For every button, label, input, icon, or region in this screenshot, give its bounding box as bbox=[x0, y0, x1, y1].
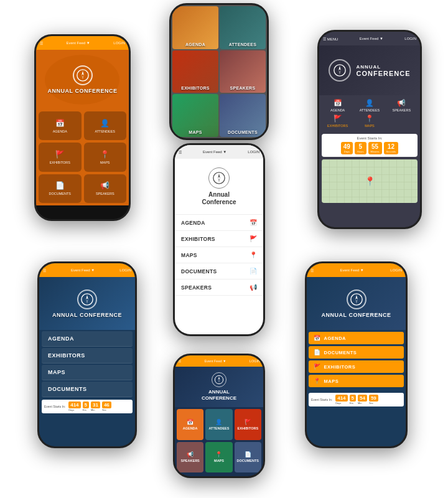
p1-login[interactable]: LOGIN bbox=[113, 41, 125, 45]
p5-row-documents[interactable]: DOCUMENTS bbox=[42, 382, 133, 397]
p5-row-exhibitors[interactable]: EXHIBITORS bbox=[42, 348, 133, 364]
p7-min: 54 bbox=[358, 395, 367, 402]
p6-login[interactable]: LOGIN bbox=[250, 359, 260, 363]
svg-marker-13 bbox=[218, 377, 220, 380]
p4-title: AnnualConference bbox=[202, 191, 236, 206]
p5-hours: 5 bbox=[83, 402, 89, 408]
p7-row-agenda[interactable]: 📅AGENDA bbox=[309, 332, 404, 344]
p3-map bbox=[322, 159, 418, 203]
p7-menu[interactable]: ☰ bbox=[310, 268, 314, 273]
p7-feed[interactable]: Event Feed ▼ bbox=[340, 268, 364, 272]
svg-marker-2 bbox=[82, 75, 84, 80]
svg-marker-7 bbox=[218, 173, 220, 177]
p4-list: AGENDA📅 EXHIBITORS🚩 MAPS📍 DOCUMENTS📄 SPE… bbox=[175, 215, 263, 296]
svg-marker-17 bbox=[355, 299, 358, 304]
p4-hero: AnnualConference bbox=[175, 159, 263, 215]
phone-5: ☰ Event Feed ▼ LOGIN ANNUAL CONFERENCE A… bbox=[37, 261, 137, 448]
p5-countdown: Event Starts In: 414 Days 5 Hrs 31 Min 4… bbox=[42, 400, 133, 413]
p4-row-exhibitors[interactable]: EXHIBITORS🚩 bbox=[175, 231, 263, 247]
p3-header: ☰ MENU Event Feed ▼ LOGIN bbox=[319, 32, 420, 45]
p6-cell-maps[interactable]: 📍MAPS bbox=[205, 442, 232, 473]
p3-nav-speakers[interactable]: 📢SPEAKERS bbox=[387, 99, 416, 112]
scene: ☰ Event Feed ▼ LOGIN ANNUAL CONFERENCE 📅… bbox=[0, 0, 448, 498]
p2-cell-speakers[interactable]: SPEAKERS bbox=[220, 50, 266, 93]
p3-minutes: 55Minutes bbox=[368, 142, 382, 154]
p7-list: 📅AGENDA 📄DOCUMENTS 🚩EXHIBITORS 📍MAPS bbox=[307, 330, 406, 391]
p2-cell-documents[interactable]: DOCUMENTS bbox=[220, 94, 266, 137]
p1-item-maps[interactable]: 📍MAPS bbox=[84, 143, 127, 171]
p1-menu-icon[interactable]: ☰ bbox=[40, 41, 43, 45]
p3-countdown: Event Starts In: 49Days 5Hours 55Minutes… bbox=[322, 134, 418, 157]
p4-row-speakers[interactable]: SPEAKERS📢 bbox=[175, 280, 263, 296]
p5-login[interactable]: LOGIN bbox=[119, 268, 131, 272]
p5-countdown-label: Event Starts In: bbox=[44, 405, 65, 408]
p6-hero: ANNUALCONFERENCE bbox=[175, 367, 263, 407]
p4-row-maps[interactable]: MAPS📍 bbox=[175, 247, 263, 263]
p5-hero: ANNUAL CONFERENCE bbox=[39, 277, 135, 330]
p3-nav: 📅AGENDA 👤ATTENDEES 📢SPEAKERS 🚩EXHIBITORS… bbox=[319, 95, 420, 131]
p5-sec: 46 bbox=[102, 402, 111, 408]
p3-login[interactable]: LOGIN bbox=[404, 37, 416, 40]
p6-cell-exhibitors[interactable]: 🚩EXHIBITORS bbox=[235, 409, 261, 440]
svg-marker-14 bbox=[218, 380, 220, 383]
p3-menu[interactable]: ☰ MENU bbox=[323, 37, 338, 41]
p6-feed[interactable]: Event Feed ▼ bbox=[204, 359, 226, 363]
p4-login[interactable]: LOGIN bbox=[248, 150, 259, 154]
p5-title: ANNUAL CONFERENCE bbox=[52, 312, 122, 318]
p6-logo bbox=[212, 372, 226, 387]
p5-header: ☰ Event Feed ▼ LOGIN bbox=[39, 263, 135, 277]
p7-row-maps[interactable]: 📍MAPS bbox=[309, 375, 404, 387]
p3-nav-attendees[interactable]: 👤ATTENDEES bbox=[355, 99, 384, 112]
p7-login[interactable]: LOGIN bbox=[390, 268, 402, 272]
p2-cell-agenda[interactable]: AGENDA bbox=[172, 6, 218, 49]
p1-item-exhibitors[interactable]: 🚩EXHIBITORS bbox=[39, 143, 82, 171]
p7-row-documents[interactable]: 📄DOCUMENTS bbox=[309, 346, 404, 359]
p5-row-agenda[interactable]: AGENDA bbox=[42, 331, 133, 347]
p6-cell-documents[interactable]: 📄DOCUMENTS bbox=[235, 442, 261, 473]
p3-nav-maps[interactable]: 📍MAPS bbox=[355, 115, 384, 128]
p3-hours: 5Hours bbox=[355, 142, 366, 154]
p1-item-agenda[interactable]: 📅AGENDA bbox=[39, 111, 82, 140]
p6-header: ☰ Event Feed ▼ LOGIN bbox=[175, 355, 263, 367]
p1-item-attendees[interactable]: 👤ATTENDEES bbox=[84, 111, 127, 140]
p7-days: 414 bbox=[335, 395, 347, 402]
p6-menu[interactable]: ☰ bbox=[178, 359, 181, 363]
p6-title: ANNUALCONFERENCE bbox=[202, 389, 236, 401]
p3-seconds: 12Seconds bbox=[384, 142, 399, 154]
p7-countdown: Event Starts In: 414 Days 5 Hrs 54 Min 5… bbox=[309, 393, 404, 406]
p1-feed-label[interactable]: Event Feed ▼ bbox=[67, 41, 90, 45]
p2-cell-exhibitors[interactable]: EXHIBITORS bbox=[172, 50, 218, 93]
p4-menu[interactable]: ☰ bbox=[179, 150, 182, 154]
p1-header: ☰ Event Feed ▼ LOGIN bbox=[36, 36, 129, 50]
p5-days: 414 bbox=[68, 402, 80, 408]
p3-nav-exhibitors[interactable]: 🚩EXHIBITORS bbox=[323, 115, 352, 128]
p7-hero: ANNUAL CONFERENCE bbox=[307, 277, 406, 330]
p7-sec: 59 bbox=[369, 395, 378, 402]
p6-cell-agenda[interactable]: 📅AGENDA bbox=[177, 409, 203, 440]
phone-3: ☰ MENU Event Feed ▼ LOGIN ANNUAL CONFERE… bbox=[317, 30, 422, 229]
p6-cell-attendees[interactable]: 👤ATTENDEES bbox=[205, 409, 232, 440]
p4-feed[interactable]: Event Feed ▼ bbox=[203, 150, 226, 154]
p3-nav-agenda[interactable]: 📅AGENDA bbox=[323, 99, 352, 112]
p3-hero: ANNUAL CONFERENCE bbox=[319, 45, 420, 95]
p5-feed[interactable]: Event Feed ▼ bbox=[71, 268, 95, 272]
p6-grid: 📅AGENDA 👤ATTENDEES 🚩EXHIBITORS 📢SPEAKERS… bbox=[175, 407, 263, 474]
svg-marker-16 bbox=[355, 294, 358, 299]
p5-logo bbox=[77, 289, 97, 309]
p4-row-documents[interactable]: DOCUMENTS📄 bbox=[175, 263, 263, 280]
p7-logo bbox=[347, 289, 366, 309]
p4-logo bbox=[208, 167, 230, 189]
p6-cell-speakers[interactable]: 📢SPEAKERS bbox=[177, 442, 203, 473]
p3-feed[interactable]: Event Feed ▼ bbox=[360, 37, 383, 40]
p5-menu[interactable]: ☰ bbox=[43, 268, 46, 273]
p2-cell-maps[interactable]: MAPS bbox=[172, 94, 218, 137]
p2-cell-attendees[interactable]: ATTENDEES bbox=[220, 6, 266, 49]
p5-row-maps[interactable]: MAPS bbox=[42, 365, 133, 380]
phone-2: AGENDA ATTENDEES EXHIBITORS SPEAKERS MAP… bbox=[169, 3, 269, 140]
phone-6: ☰ Event Feed ▼ LOGIN ANNUALCONFERENCE 📅A… bbox=[173, 354, 265, 478]
p4-row-agenda[interactable]: AGENDA📅 bbox=[175, 215, 263, 231]
p1-item-documents[interactable]: 📄DOCUMENTS bbox=[39, 174, 82, 203]
p7-row-exhibitors[interactable]: 🚩EXHIBITORS bbox=[309, 360, 404, 373]
p1-logo bbox=[73, 65, 93, 85]
p1-item-speakers[interactable]: 📢SPEAKERS bbox=[84, 174, 127, 203]
